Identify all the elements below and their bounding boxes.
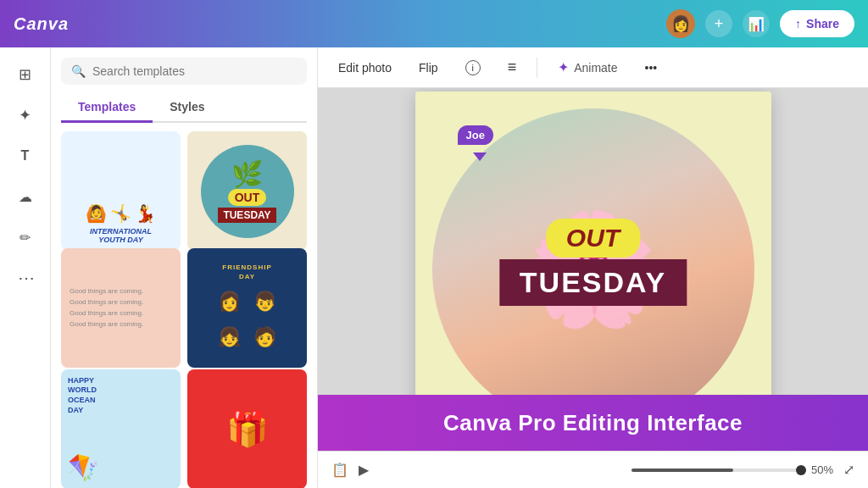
template-card-good-things[interactable]: Good things are coming. Good things are … — [61, 248, 181, 368]
upload-button[interactable]: ☁ — [8, 180, 42, 214]
template-card-friendship[interactable]: FRIENDSHIPDAY 👩 👦 👧 🧑 — [187, 248, 307, 368]
design-tuesday-label[interactable]: TUESDAY — [499, 259, 687, 306]
align-button[interactable]: ≡ — [501, 55, 524, 80]
search-input-wrapper: 🔍 — [61, 58, 307, 85]
template-card-tuesday[interactable]: 🌿 OUT TUESDAY — [187, 131, 307, 251]
friend-icon: 🧑 — [248, 320, 282, 354]
edit-photo-label: Edit photo — [338, 61, 392, 75]
gift-icon: 🎁 — [226, 409, 269, 449]
person-icon: 🙆 — [86, 203, 107, 224]
more-options-button[interactable]: ••• — [638, 58, 665, 78]
presentation-icon[interactable]: 📋 — [331, 462, 348, 478]
search-input[interactable] — [92, 64, 297, 78]
apps-button[interactable]: ⋯ — [8, 261, 42, 295]
canvas-toolbar: Edit photo Flip i ≡ ✦ Animate ••• — [318, 47, 868, 88]
toolbar-divider — [537, 58, 537, 78]
tab-styles[interactable]: Styles — [153, 93, 221, 123]
youth-label: InternationalYouth Day — [90, 227, 152, 244]
canvas-design: 🌸 OUT TUESDAY Joe — [415, 92, 771, 447]
text-button[interactable]: T — [8, 139, 42, 173]
promo-text: Canva Pro Editing Interface — [443, 410, 743, 436]
play-button[interactable]: ▶ — [359, 462, 369, 478]
zoom-handle[interactable] — [796, 465, 806, 475]
info-button[interactable]: i — [459, 57, 487, 79]
analytics-button[interactable]: 📊 — [743, 10, 770, 37]
templates-panel: 🔍 Templates Styles 🙆 🤸 💃 InternationalYo… — [51, 47, 318, 488]
friend-icon: 👦 — [248, 285, 282, 319]
good-things-label: Good things are coming. Good things are … — [70, 286, 143, 330]
flip-label: Flip — [419, 61, 438, 75]
collaborator-name: Joe — [466, 129, 485, 141]
person-icon: 🤸 — [110, 203, 131, 224]
share-button[interactable]: ↑ Share — [780, 10, 854, 37]
more-icon: ••• — [645, 61, 658, 75]
flip-button[interactable]: Flip — [412, 58, 445, 78]
fullscreen-button[interactable]: ⤢ — [843, 462, 854, 478]
bubble-pointer — [473, 152, 487, 161]
draw-button[interactable]: ✏ — [8, 220, 42, 254]
sidebar-icons: ⊞ ✦ T ☁ ✏ ⋯ — [0, 47, 51, 488]
person-icon: 💃 — [135, 203, 156, 224]
add-collaborator-button[interactable]: + — [705, 10, 732, 37]
tuesday-day-label: TUESDAY — [218, 208, 275, 223]
zoom-label: 50% — [811, 463, 833, 476]
animate-label: Animate — [574, 61, 617, 75]
template-card-youth[interactable]: 🙆 🤸 💃 InternationalYouth Day — [61, 131, 181, 251]
tuesday-circle: 🌿 OUT TUESDAY — [201, 145, 294, 238]
analytics-icon: 📊 — [748, 16, 765, 32]
animate-icon: ✦ — [558, 59, 569, 75]
info-icon: i — [465, 60, 481, 75]
canva-logo: Canva — [14, 14, 69, 34]
template-card-gift[interactable]: 🎁 — [187, 369, 307, 488]
friendship-people: 👩 👦 👧 🧑 — [213, 285, 282, 354]
align-icon: ≡ — [508, 58, 517, 76]
templates-grid: 🙆 🤸 💃 InternationalYouth Day 🌿 OUT TUESD… — [51, 123, 317, 488]
user-avatar[interactable]: 👩 — [666, 9, 695, 38]
share-icon: ↑ — [795, 17, 801, 30]
ocean-label: HAPPYWORLDOCEANDAY — [68, 376, 97, 416]
bottom-bar: 📋 ▶ 50% ⤢ — [318, 451, 868, 488]
youth-people: 🙆 🤸 💃 — [86, 203, 156, 224]
template-card-ocean[interactable]: HAPPYWORLDOCEANDAY 🪁 — [61, 369, 181, 488]
edit-photo-button[interactable]: Edit photo — [331, 58, 398, 78]
design-out-label[interactable]: OUT — [546, 219, 640, 258]
animate-button[interactable]: ✦ Animate — [551, 56, 624, 79]
elements-button[interactable]: ✦ — [8, 98, 42, 132]
tab-templates[interactable]: Templates — [61, 93, 153, 123]
tuesday-out-label: OUT — [228, 189, 267, 206]
collaborator-bubble: Joe — [458, 125, 493, 145]
kite-icon: 🪁 — [68, 452, 99, 482]
friend-icon: 👩 — [213, 285, 247, 319]
search-icon: 🔍 — [71, 64, 86, 78]
search-bar: 🔍 — [51, 47, 317, 85]
promo-banner: Canva Pro Editing Interface — [318, 395, 868, 451]
grid-view-button[interactable]: ⊞ — [8, 58, 42, 92]
tab-bar: Templates Styles — [61, 93, 307, 123]
zoom-fill — [632, 469, 733, 472]
app-header: Canva 👩 + 📊 ↑ Share — [0, 0, 868, 47]
friend-icon: 👧 — [213, 320, 247, 354]
friendship-label: FRIENDSHIPDAY — [222, 263, 271, 281]
zoom-slider[interactable] — [632, 469, 801, 472]
